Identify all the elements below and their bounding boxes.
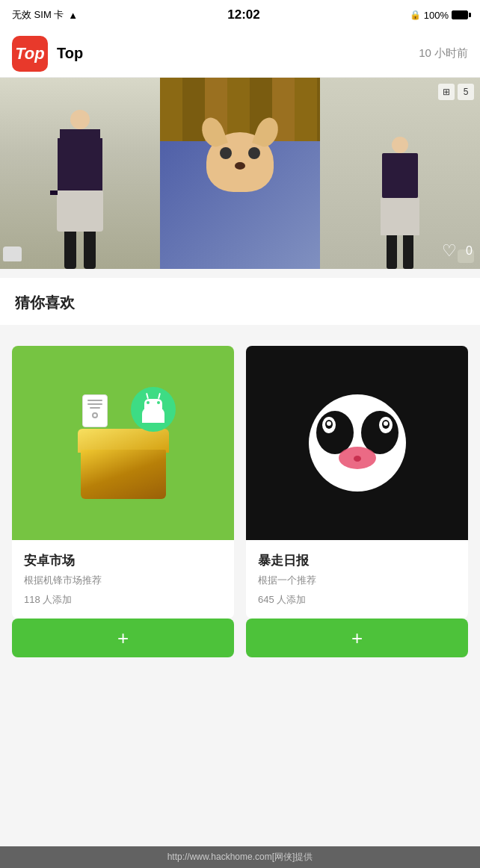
card-baozou-name: 暴走日报 — [258, 552, 456, 569]
lock-icon: 🔒 — [410, 10, 421, 20]
image-grid-section: ⊞ 5 ♡ 0 — [0, 78, 480, 269]
cards-container: 安卓市场 根据机锋市场推荐 118 人添加 — [0, 334, 480, 619]
card-baozou-image — [246, 346, 468, 540]
card-baozou-count: 645 人添加 — [258, 593, 456, 607]
card-baozou-desc: 根据一个推荐 — [258, 574, 456, 587]
heart-count: 0 — [466, 244, 473, 258]
status-time: 12:02 — [227, 7, 259, 22]
section-title-bar: 猜你喜欢 — [0, 278, 480, 325]
heart-icon[interactable]: ♡ — [442, 241, 463, 261]
card-android-info: 安卓市场 根据机锋市场推荐 118 人添加 — [12, 540, 234, 619]
card-android-count: 118 人添加 — [24, 593, 222, 607]
app-header: Top Top 10 小时前 — [0, 30, 480, 78]
grid-overlay: ⊞ 5 — [438, 84, 474, 100]
grid-icon-pages: ⊞ — [438, 84, 455, 100]
status-right: 🔒 100% — [410, 10, 468, 21]
app-card-android: 安卓市场 根据机锋市场推荐 118 人添加 — [12, 346, 234, 619]
app-logo: Top — [12, 36, 48, 72]
grid-icon-count: 5 — [458, 84, 474, 100]
wifi-icon: ▲ — [68, 10, 78, 21]
status-bar: 无效 SIM 卡 ▲ 12:02 🔒 100% — [0, 0, 480, 30]
grid-image-center[interactable] — [160, 78, 320, 269]
section-divider — [0, 269, 480, 278]
section-title: 猜你喜欢 — [15, 293, 465, 313]
cards-divider — [0, 325, 480, 334]
grid-image-right[interactable]: ⊞ 5 ♡ 0 — [320, 78, 480, 269]
add-buttons-row: + + — [0, 619, 480, 672]
card-android-desc: 根据机锋市场推荐 — [24, 574, 222, 587]
card-android-image — [12, 346, 234, 540]
battery-icon — [452, 10, 468, 19]
battery-percent: 100% — [424, 10, 449, 21]
header-time: 10 小时前 — [419, 46, 468, 61]
footer-url: http://www.hackhome.com[网侠]提供 — [0, 846, 480, 868]
add-baozou-button[interactable]: + — [246, 619, 468, 657]
header-title: Top — [57, 45, 419, 62]
app-card-baozou: 暴走日报 根据一个推荐 645 人添加 — [246, 346, 468, 619]
card-baozou-info: 暴走日报 根据一个推荐 645 人添加 — [246, 540, 468, 619]
heart-overlay[interactable]: ♡ 0 — [442, 241, 473, 261]
grid-image-left[interactable] — [0, 78, 160, 269]
add-android-button[interactable]: + — [12, 619, 234, 657]
status-carrier: 无效 SIM 卡 ▲ — [12, 8, 78, 22]
card-android-name: 安卓市场 — [24, 552, 222, 569]
